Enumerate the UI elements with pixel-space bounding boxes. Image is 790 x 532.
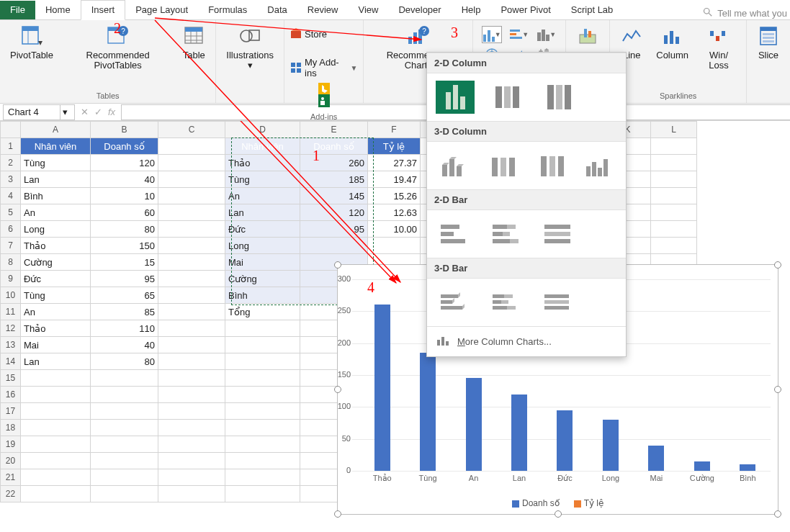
cell[interactable]: 40 — [91, 337, 158, 353]
row-15[interactable]: 15 — [1, 370, 21, 387]
row-19[interactable]: 19 — [1, 436, 21, 453]
3d-clustered-bar-option[interactable] — [436, 286, 475, 319]
tab-help[interactable]: Help — [452, 1, 491, 19]
name-box[interactable]: Chart 4 ▾ — [3, 104, 75, 120]
cell[interactable] — [158, 320, 225, 337]
3d-stacked-bar-option[interactable] — [488, 286, 526, 319]
3d-100pct-stacked-bar-option[interactable] — [539, 286, 578, 319]
clustered-column-option[interactable] — [436, 81, 475, 114]
cell[interactable] — [21, 387, 91, 403]
cell[interactable]: 27.37 — [368, 155, 421, 171]
row-1[interactable]: 1 — [1, 138, 21, 155]
column-chart-button[interactable]: ▼ — [482, 26, 502, 43]
bar-chart-button[interactable]: ▼ — [509, 26, 529, 43]
enter-icon[interactable]: ✓ — [94, 107, 102, 117]
my-addins-button[interactable]: My Add-ins ▼ — [290, 57, 357, 78]
cell[interactable] — [225, 353, 300, 370]
cell[interactable] — [225, 486, 300, 502]
cell[interactable]: 65 — [91, 287, 158, 304]
cell[interactable]: 80 — [91, 221, 158, 238]
chevron-down-icon[interactable]: ▾ — [60, 105, 70, 120]
cell[interactable]: 110 — [91, 320, 158, 337]
cell[interactable]: 19.47 — [368, 171, 421, 188]
row-4[interactable]: 4 — [1, 188, 21, 204]
cell[interactable]: Đức — [225, 221, 300, 238]
cell[interactable]: Nhân viên — [225, 138, 300, 155]
resize-handle[interactable] — [334, 386, 341, 393]
slicer-button[interactable]: Slice — [753, 23, 784, 73]
cell[interactable] — [21, 453, 91, 469]
tell-me[interactable]: Tell me what you — [703, 7, 790, 19]
more-column-charts[interactable]: More Column Charts... — [427, 326, 626, 356]
cell[interactable] — [158, 188, 225, 204]
cell[interactable] — [21, 486, 91, 502]
row-2[interactable]: 2 — [1, 155, 21, 171]
select-all[interactable] — [1, 122, 21, 138]
cell[interactable] — [21, 469, 91, 486]
cell[interactable] — [158, 271, 225, 287]
stacked-bar-option[interactable] — [488, 217, 526, 251]
cell[interactable] — [21, 403, 91, 420]
illustrations-button[interactable]: Illustrations▾ — [222, 23, 278, 73]
col-C[interactable]: C — [158, 122, 225, 138]
col-E[interactable]: E — [300, 122, 368, 138]
tab-script-lab[interactable]: Script Lab — [561, 1, 624, 19]
row-16[interactable]: 16 — [1, 387, 21, 403]
tab-review[interactable]: Review — [297, 1, 349, 19]
cell[interactable] — [158, 469, 225, 486]
resize-handle[interactable] — [774, 261, 781, 269]
bar[interactable] — [603, 420, 619, 471]
cell[interactable] — [158, 171, 225, 188]
cell[interactable] — [91, 403, 158, 420]
tab-file[interactable]: File — [0, 1, 35, 19]
cell[interactable] — [651, 138, 697, 155]
tab-power-pivot[interactable]: Power Pivot — [490, 1, 560, 19]
cell[interactable]: 12.63 — [368, 204, 421, 221]
row-9[interactable]: 9 — [1, 271, 21, 287]
cell[interactable] — [91, 370, 158, 387]
cell[interactable] — [651, 188, 697, 204]
col-B[interactable]: B — [91, 122, 158, 138]
cancel-icon[interactable]: ✕ — [81, 107, 89, 117]
row-5[interactable]: 5 — [1, 204, 21, 221]
bar[interactable] — [694, 461, 710, 471]
cell[interactable] — [158, 453, 225, 469]
cell[interactable] — [158, 254, 225, 271]
tab-view[interactable]: View — [348, 1, 388, 19]
cell[interactable]: An — [225, 188, 300, 204]
stacked-column-option[interactable] — [488, 81, 526, 114]
cell[interactable]: 150 — [91, 238, 158, 254]
resize-handle[interactable] — [774, 386, 781, 393]
row-10[interactable]: 10 — [1, 287, 21, 304]
cell[interactable]: Lan — [21, 353, 91, 370]
row-8[interactable]: 8 — [1, 254, 21, 271]
spark-column-button[interactable]: Column — [652, 23, 693, 73]
cell[interactable]: Tùng — [21, 155, 91, 171]
cell[interactable] — [91, 469, 158, 486]
legend-item[interactable]: Doanh số — [512, 498, 560, 508]
cell[interactable]: 185 — [300, 171, 368, 188]
cell[interactable]: Long — [21, 221, 91, 238]
cell[interactable] — [225, 420, 300, 436]
100pct-stacked-bar-option[interactable] — [539, 217, 578, 251]
row-7[interactable]: 7 — [1, 238, 21, 254]
3d-stacked-option[interactable] — [485, 149, 521, 182]
cell[interactable]: Mai — [225, 254, 300, 271]
cell[interactable] — [368, 238, 421, 254]
cell[interactable] — [91, 453, 158, 469]
cell[interactable]: Doanh số — [300, 138, 368, 155]
tab-insert[interactable]: Insert — [81, 0, 126, 20]
cell[interactable] — [158, 155, 225, 171]
hierarchy-chart-button[interactable]: ▼ — [537, 26, 557, 43]
cell[interactable]: Tùng — [21, 287, 91, 304]
bar[interactable] — [557, 410, 573, 471]
bar[interactable] — [420, 353, 436, 471]
cell[interactable] — [158, 238, 225, 254]
resize-handle[interactable] — [334, 261, 341, 269]
chart-legend[interactable]: Doanh số Tỷ lệ — [338, 498, 778, 508]
cell[interactable] — [651, 238, 697, 254]
col-L[interactable]: L — [651, 122, 697, 138]
cell[interactable] — [158, 387, 225, 403]
cell[interactable]: Lan — [21, 171, 91, 188]
cell[interactable] — [91, 436, 158, 453]
